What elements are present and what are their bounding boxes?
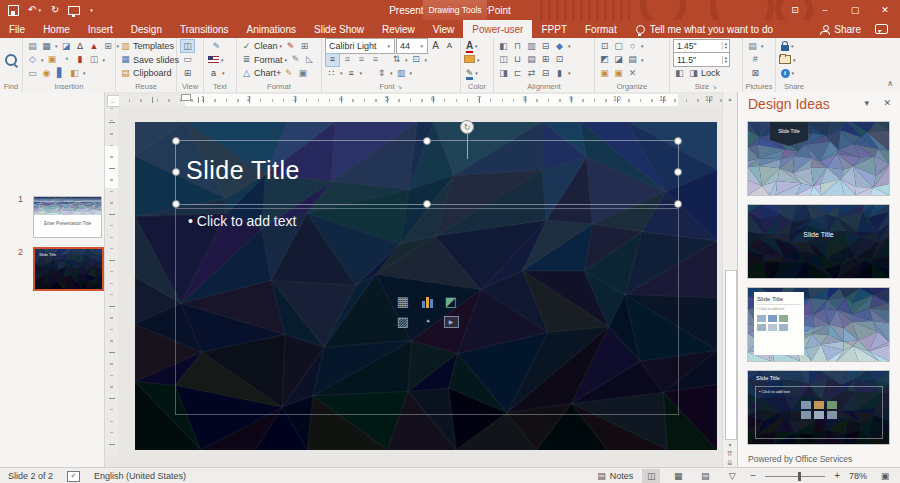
caret-down-icon[interactable]: ▾ — [83, 70, 86, 76]
undo-icon[interactable]: ↶ — [28, 5, 36, 15]
shape-fill-icon[interactable] — [464, 55, 475, 63]
slide-2-thumbnail[interactable]: Slide Title — [33, 247, 104, 291]
zoom-in-icon[interactable]: + — [834, 471, 840, 481]
align-objects-top-icon[interactable]: ⊓ — [511, 40, 524, 52]
decrease-font-icon[interactable]: A — [443, 40, 456, 52]
resize-left-icon[interactable]: ◧ — [673, 67, 686, 79]
indent-marker[interactable] — [181, 94, 191, 101]
tab-design[interactable]: Design — [122, 20, 171, 38]
group-objects-icon[interactable]: ⊡ — [598, 40, 611, 52]
ungroup-objects-icon[interactable]: ▢ — [612, 40, 625, 52]
selection-pane-icon[interactable]: ▤ — [626, 54, 639, 66]
insert-table-content-icon[interactable]: ▦ — [394, 294, 412, 310]
font-size-combobox[interactable]: 44 ▾ — [396, 38, 428, 54]
tab-view[interactable]: View — [424, 20, 464, 38]
insert-gradient-icon[interactable]: ◧ — [68, 67, 81, 79]
arrange-back-icon[interactable]: ▣ — [612, 67, 625, 79]
caret-down-icon[interactable]: ▾ — [222, 70, 225, 76]
shape-format-icon[interactable]: ◺ — [303, 54, 316, 66]
save-icon[interactable] — [8, 5, 19, 16]
align-objects-left-icon[interactable]: ◧ — [497, 40, 510, 52]
insert-shape-icon[interactable]: ▲ — [88, 40, 101, 52]
align-objects-middle-icon[interactable]: ⊔ — [511, 54, 524, 66]
content-placeholder[interactable]: • Click to add text ▦ ◩ ▨ ◔ ▶ — [175, 208, 679, 415]
slide-canvas[interactable]: Slide Title ↻ • Click to add text — [135, 122, 717, 450]
design-suggestion-3[interactable]: Slide Title • Click to add text — [748, 288, 889, 361]
tab-transitions[interactable]: Transitions — [171, 20, 238, 38]
clipboard-button[interactable]: ▤ Clipboard — [119, 67, 179, 80]
align-right-icon[interactable]: ≡ — [355, 54, 368, 66]
caret-down-icon[interactable]: ▾ — [425, 57, 428, 63]
align-objects-bottom-icon[interactable]: ⊏ — [511, 67, 524, 79]
tab-slide-show[interactable]: Slide Show — [305, 20, 373, 38]
align-center-icon[interactable]: ≡ — [341, 54, 354, 66]
resize-handle-s[interactable] — [423, 200, 431, 208]
distribute-vertical-icon[interactable]: ▤ — [525, 54, 538, 66]
picture-tools-icon[interactable]: ▤ — [746, 40, 759, 52]
shape-width-field[interactable]: 11.5" ▴▾ — [673, 52, 730, 67]
redo-icon[interactable]: ↻ — [51, 5, 59, 15]
table-format-icon[interactable]: ⊞ — [298, 40, 311, 52]
crop-icon[interactable]: # — [749, 54, 762, 66]
tab-insert[interactable]: Insert — [79, 20, 122, 38]
insert-stamp-icon[interactable]: ◉ — [40, 67, 53, 79]
swap-position-icon[interactable]: ⇄ — [525, 67, 538, 79]
lock-aspect-button[interactable]: Lock — [701, 68, 720, 78]
insert-smartart-content-icon[interactable]: ◩ — [442, 294, 460, 310]
view-outline-icon[interactable]: ▭ — [181, 54, 194, 66]
bring-forward-icon[interactable]: ◩ — [598, 54, 611, 66]
caret-down-icon[interactable]: ▾ — [55, 43, 58, 49]
line-spacing-icon[interactable]: ⇕ — [375, 67, 388, 79]
caret-down-icon[interactable]: ▾ — [390, 70, 393, 76]
grid-settings-icon[interactable]: ⊡ — [553, 54, 566, 66]
caret-down-icon[interactable]: ▾ — [793, 57, 796, 63]
caret-down-icon[interactable]: ▾ — [405, 57, 408, 63]
dialog-launcher-icon[interactable]: ⇘ — [712, 83, 717, 90]
snap-icon[interactable]: ◆ — [553, 40, 566, 52]
insert-slide-icon[interactable]: ▤ — [26, 40, 39, 52]
slide-editing-area[interactable]: Slide Title ↻ • Click to add text — [119, 106, 722, 455]
insert-equation-icon[interactable]: Δ — [74, 40, 87, 52]
vertical-ruler[interactable] — [105, 108, 118, 455]
design-suggestion-4[interactable]: Slide Title • Click to add text — [748, 371, 889, 444]
panel-close-icon[interactable]: ✕ — [883, 98, 891, 108]
save-slides-button[interactable]: ▦ Save slides — [119, 53, 179, 66]
insert-shapes-icon[interactable]: ◇ — [26, 54, 39, 66]
lock-icon[interactable] — [781, 45, 789, 51]
shape-outline-icon[interactable]: ✎ — [466, 69, 474, 78]
resize-handle-w[interactable] — [172, 168, 180, 176]
tab-file[interactable]: File — [0, 20, 34, 38]
clean-button[interactable]: ✓ Clean ▾ ✎ ⊞ — [240, 40, 316, 53]
normal-view-icon[interactable]: ◫ — [642, 469, 660, 483]
reading-view-icon[interactable]: ▤ — [696, 469, 714, 483]
insert-pictures-content-icon[interactable]: ▨ — [394, 314, 412, 330]
share-button[interactable]: Share — [820, 24, 861, 35]
tab-power-user[interactable]: Power-user — [463, 20, 532, 38]
spin-down-icon[interactable]: ▾ — [725, 60, 727, 64]
slide-sorter-view-icon[interactable]: ▦ — [669, 469, 687, 483]
caret-down-icon[interactable]: ▾ — [410, 70, 413, 76]
insert-chart-content-icon[interactable] — [418, 294, 436, 310]
ribbon-display-options-button[interactable]: ⊡ — [780, 0, 810, 20]
insert-globe-icon[interactable]: ◔ — [60, 54, 73, 66]
view-grid-icon[interactable]: ⊞ — [181, 67, 194, 79]
arrange-front-icon[interactable]: ▣ — [598, 67, 611, 79]
customize-qat-icon[interactable]: ▾ — [90, 7, 93, 13]
insert-online-pictures-content-icon[interactable]: ◔ — [418, 314, 436, 330]
zoom-slider-thumb[interactable] — [798, 472, 801, 481]
insert-screenshot-icon[interactable]: ◪ — [60, 40, 73, 52]
align-justify-icon[interactable]: ≡ — [369, 54, 382, 66]
send-backward-icon[interactable]: ◪ — [612, 54, 625, 66]
insert-table-icon[interactable]: ▦ — [40, 40, 53, 52]
templates-button[interactable]: ▥ Templates — [119, 40, 179, 53]
feedback-icon[interactable] — [875, 24, 888, 34]
insert-grid-icon[interactable]: ⊞ — [102, 40, 115, 52]
zoom-out-icon[interactable]: − — [750, 471, 756, 481]
tab-review[interactable]: Review — [373, 20, 424, 38]
resize-right-icon[interactable]: ◨ — [687, 67, 700, 79]
format-button[interactable]: ≣ Format ▾ ✎ ◺ — [240, 53, 316, 66]
position-icon[interactable]: ▮ — [553, 67, 566, 79]
match-size-icon[interactable]: ⊟ — [539, 67, 552, 79]
spin-down-icon[interactable]: ▾ — [725, 46, 727, 50]
horizontal-ruler[interactable]: 123456789101112 — [119, 94, 722, 106]
